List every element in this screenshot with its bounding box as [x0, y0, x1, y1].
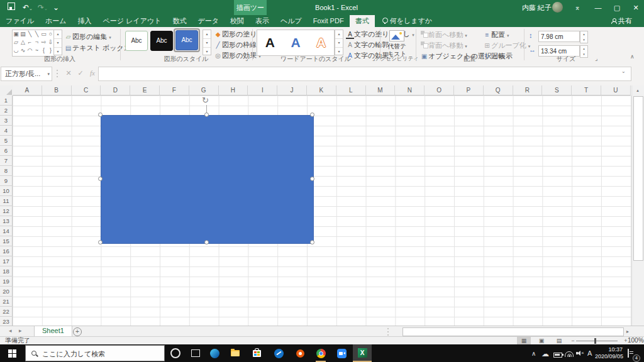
shape-gallery-item-icon[interactable]: ⌐	[26, 38, 33, 47]
office-icon[interactable]	[291, 344, 309, 362]
avatar[interactable]	[552, 2, 563, 13]
row-header-21[interactable]: 21	[0, 297, 13, 307]
column-header-U[interactable]: U	[601, 85, 631, 96]
shape-outline-button[interactable]: ╱図形の枠線 ▾	[214, 40, 261, 50]
ribbon-display-options-icon[interactable]: ⌅	[569, 0, 586, 15]
shape-height-input[interactable]	[538, 31, 580, 42]
column-header-N[interactable]: N	[395, 85, 425, 96]
name-box[interactable]: 正方形/長... ▾	[1, 67, 52, 81]
new-sheet-icon[interactable]: +	[73, 327, 82, 336]
close-icon[interactable]: ✕	[628, 0, 644, 15]
wordart-style-orange[interactable]: A	[316, 31, 326, 55]
row-header-17[interactable]: 17	[0, 256, 13, 266]
wordart-style-black[interactable]: A	[265, 31, 275, 55]
row-header-6[interactable]: 6	[0, 146, 13, 156]
column-header-I[interactable]: I	[248, 85, 277, 96]
row-header-10[interactable]: 10	[0, 186, 13, 196]
wifi-icon[interactable]	[565, 351, 574, 358]
shape-gallery-item-icon[interactable]: ▭	[40, 30, 47, 38]
alt-text-button[interactable]: 代替テ キスト	[382, 30, 411, 58]
row-header-9[interactable]: 9	[0, 176, 13, 186]
rotation-handle-icon[interactable]: ↻	[202, 96, 209, 104]
insert-function-icon[interactable]: fx	[87, 67, 98, 80]
excel-taskbar-button[interactable]: X	[353, 344, 372, 362]
row-header-1[interactable]: 1	[0, 96, 13, 106]
shape-style-chip-1[interactable]: Abc	[125, 31, 148, 51]
app-icon[interactable]	[269, 344, 288, 362]
row-header-13[interactable]: 13	[0, 216, 13, 226]
resize-handle-e[interactable]	[310, 177, 314, 181]
resize-handle-n[interactable]	[204, 112, 209, 117]
cortana-icon[interactable]	[166, 344, 185, 362]
sheet-nav-right-icon[interactable]: ▸	[19, 327, 22, 334]
vertical-scroll-thumb[interactable]	[633, 96, 643, 261]
row-header-7[interactable]: 7	[0, 156, 13, 166]
row-header-19[interactable]: 19	[0, 277, 13, 287]
ribbon-tab-Foxit PDF[interactable]: Foxit PDF	[308, 15, 350, 27]
column-header-Q[interactable]: Q	[484, 85, 513, 96]
row-header-18[interactable]: 18	[0, 266, 13, 277]
column-header-R[interactable]: R	[513, 85, 543, 96]
zoom-slider-thumb[interactable]	[594, 338, 596, 344]
select-all-corner[interactable]	[0, 85, 13, 96]
sheet-nav-left-icon[interactable]: ◂	[9, 327, 12, 334]
shape-gallery-item-icon[interactable]: ▣	[13, 30, 19, 38]
start-button[interactable]	[3, 344, 21, 362]
ribbon-tab-数式[interactable]: 数式	[167, 15, 192, 27]
column-header-G[interactable]: G	[189, 85, 219, 96]
rectangle-shape[interactable]	[101, 115, 314, 244]
edge-icon[interactable]	[205, 344, 224, 362]
row-header-5[interactable]: 5	[0, 136, 13, 146]
align-button[interactable]: ≡配置 ▾	[483, 30, 509, 40]
row-header-8[interactable]: 8	[0, 166, 13, 176]
row-header-14[interactable]: 14	[0, 226, 13, 236]
task-view-icon[interactable]	[186, 344, 205, 362]
shape-gallery-item-icon[interactable]: {	[40, 47, 47, 55]
column-header-B[interactable]: B	[42, 85, 72, 96]
shape-gallery-item-icon[interactable]: ▤	[19, 30, 26, 38]
column-header-S[interactable]: S	[542, 85, 572, 96]
zoom-slider-track[interactable]	[576, 341, 618, 341]
horizontal-scroll-thumb[interactable]	[402, 327, 624, 336]
shape-gallery-item-icon[interactable]: ∿	[19, 47, 26, 55]
column-header-H[interactable]: H	[219, 85, 248, 96]
store-icon[interactable]	[247, 344, 266, 362]
column-header-O[interactable]: O	[425, 85, 454, 96]
resize-handle-s[interactable]	[204, 240, 209, 244]
row-header-3[interactable]: 3	[0, 116, 13, 126]
shape-style-chip-2[interactable]: Abc	[150, 31, 173, 51]
column-header-A[interactable]: A	[13, 85, 42, 96]
save-icon[interactable]	[8, 3, 15, 13]
shape-gallery-item-icon[interactable]: ◠	[26, 47, 33, 55]
row-header-20[interactable]: 20	[0, 287, 13, 297]
undo-icon[interactable]: ↶⌄	[23, 3, 33, 13]
minimize-icon[interactable]: —	[590, 0, 606, 15]
column-header-P[interactable]: P	[454, 85, 484, 96]
zoom-level[interactable]: 100%	[628, 337, 644, 344]
file-explorer-icon[interactable]	[226, 344, 245, 362]
shape-gallery-item-icon[interactable]: ▱	[13, 38, 19, 47]
resize-handle-ne[interactable]	[310, 112, 314, 117]
ribbon-tab-ホーム[interactable]: ホーム	[40, 15, 72, 27]
ribbon-tab-ページ レイアウト[interactable]: ページ レイアウト	[97, 15, 167, 27]
row-header-16[interactable]: 16	[0, 246, 13, 256]
resize-handle-w[interactable]	[98, 177, 103, 181]
row-header-4[interactable]: 4	[0, 126, 13, 136]
column-header-M[interactable]: M	[366, 85, 396, 96]
ribbon-tab-ヘルプ[interactable]: ヘルプ	[275, 15, 308, 27]
share-button[interactable]: 共有	[611, 15, 632, 27]
row-header-22[interactable]: 22	[0, 307, 13, 317]
shape-height-stepper[interactable]: ▴▾	[580, 31, 588, 43]
page-layout-view-icon[interactable]: ▣	[535, 337, 548, 344]
ribbon-tab-書式[interactable]: 書式	[350, 15, 375, 27]
tell-me-box[interactable]: 何をしますか	[377, 15, 438, 27]
shape-gallery-item-icon[interactable]: ¬	[33, 38, 40, 47]
wordart-gallery[interactable]: A A A	[257, 30, 335, 56]
column-header-E[interactable]: E	[130, 85, 160, 96]
column-header-D[interactable]: D	[101, 85, 130, 96]
normal-view-icon[interactable]: ▦	[517, 337, 531, 344]
column-header-J[interactable]: J	[277, 85, 307, 96]
ime-indicator[interactable]: A	[587, 349, 592, 357]
shape-gallery-item-icon[interactable]: ◡	[13, 47, 19, 55]
ribbon-tab-ファイル[interactable]: ファイル	[0, 15, 40, 27]
